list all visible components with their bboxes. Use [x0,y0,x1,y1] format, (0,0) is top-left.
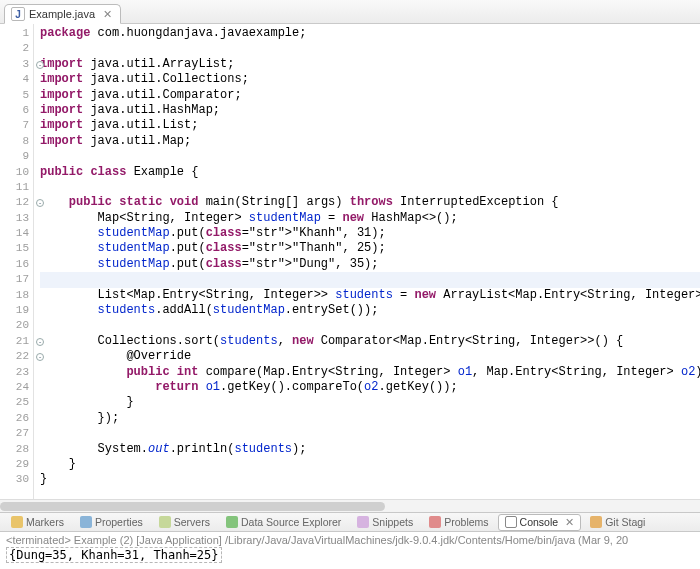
code-line[interactable]: import java.util.Comparator; [40,88,700,103]
line-number: 27 [0,426,33,441]
code-line[interactable] [40,318,700,333]
line-number: 10 [0,165,33,180]
view-label: Markers [26,516,64,528]
view-label: Snippets [372,516,413,528]
code-line[interactable] [40,149,700,164]
console-icon [505,516,517,528]
code-line[interactable] [40,41,700,56]
code-line[interactable]: public int compare(Map.Entry<String, Int… [40,365,700,380]
close-icon[interactable]: ✕ [103,8,112,21]
line-number: 4 [0,72,33,87]
code-line[interactable]: } [40,457,700,472]
code-line[interactable]: import java.util.HashMap; [40,103,700,118]
code-line[interactable]: } [40,395,700,410]
view-tab-markers[interactable]: Markers [4,514,71,530]
line-number: 15 [0,241,33,256]
close-icon[interactable]: ✕ [565,516,574,529]
code-line[interactable]: studentMap.put(class="str">"Thanh", 25); [40,241,700,256]
fold-toggle-icon[interactable]: - [36,61,44,69]
line-number: 3- [0,57,33,72]
view-label: Git Stagi [605,516,645,528]
code-line[interactable]: import java.util.Collections; [40,72,700,87]
line-number: 6 [0,103,33,118]
code-line[interactable]: return o1.getKey().compareTo(o2.getKey()… [40,380,700,395]
java-file-icon: J [11,7,25,21]
line-number: 1 [0,26,33,41]
view-tab-console[interactable]: Console✕ [498,514,582,531]
line-number: 29 [0,457,33,472]
code-line[interactable]: studentMap.put(class="str">"Khanh", 31); [40,226,700,241]
code-line[interactable]: public static void main(String[] args) t… [40,195,700,210]
git-icon [590,516,602,528]
tab-filename: Example.java [29,8,95,20]
properties-icon [80,516,92,528]
snippets-icon [357,516,369,528]
line-number: 19 [0,303,33,318]
fold-toggle-icon[interactable]: - [36,338,44,346]
code-line[interactable]: package com.huongdanjava.javaexample; [40,26,700,41]
code-line[interactable] [40,272,700,287]
horizontal-scrollbar[interactable] [0,499,700,512]
line-number: 9 [0,149,33,164]
servers-icon [159,516,171,528]
code-line[interactable]: Map<String, Integer> studentMap = new Ha… [40,211,700,226]
code-line[interactable] [40,180,700,195]
line-number: 20 [0,318,33,333]
code-line[interactable]: } [40,472,700,487]
line-number: 12- [0,195,33,210]
line-number: 17 [0,272,33,287]
line-number: 8 [0,134,33,149]
console-terminated-header: <terminated> Example (2) [Java Applicati… [6,534,694,546]
line-number: 11 [0,180,33,195]
line-number-gutter: 123-456789101112-131415161718192021-22-2… [0,24,34,499]
line-number: 2 [0,41,33,56]
line-number: 18 [0,288,33,303]
code-line[interactable]: }); [40,411,700,426]
code-line[interactable]: System.out.println(students); [40,442,700,457]
line-number: 7 [0,118,33,133]
code-line[interactable]: import java.util.ArrayList; [40,57,700,72]
code-line[interactable]: students.addAll(studentMap.entrySet()); [40,303,700,318]
editor-tab-bar: J Example.java ✕ [0,0,700,24]
scrollbar-thumb[interactable] [0,502,385,511]
code-line[interactable]: @Override [40,349,700,364]
line-number: 24 [0,380,33,395]
view-label: Properties [95,516,143,528]
console-output: {Dung=35, Khanh=31, Thanh=25} [6,547,222,563]
line-number: 16 [0,257,33,272]
line-number: 28 [0,442,33,457]
markers-icon [11,516,23,528]
line-number: 21- [0,334,33,349]
view-tab-git-staging[interactable]: Git Stagi [583,514,652,530]
editor-tab-example-java[interactable]: J Example.java ✕ [4,4,121,24]
line-number: 13 [0,211,33,226]
line-number: 25 [0,395,33,410]
view-label: Data Source Explorer [241,516,341,528]
dse-icon [226,516,238,528]
line-number: 23 [0,365,33,380]
code-line[interactable] [40,426,700,441]
code-line[interactable]: public class Example { [40,165,700,180]
line-number: 30 [0,472,33,487]
view-label: Console [520,516,559,528]
view-tab-snippets[interactable]: Snippets [350,514,420,530]
line-number: 5 [0,88,33,103]
line-number: 14 [0,226,33,241]
line-number: 22- [0,349,33,364]
view-tab-properties[interactable]: Properties [73,514,150,530]
code-line[interactable]: import java.util.List; [40,118,700,133]
view-label: Problems [444,516,488,528]
code-line[interactable]: import java.util.Map; [40,134,700,149]
line-number: 26 [0,411,33,426]
problems-icon [429,516,441,528]
view-tab-servers[interactable]: Servers [152,514,217,530]
code-editor[interactable]: 123-456789101112-131415161718192021-22-2… [0,24,700,499]
code-line[interactable]: List<Map.Entry<String, Integer>> student… [40,288,700,303]
code-line[interactable]: Collections.sort(students, new Comparato… [40,334,700,349]
views-tab-bar: Markers Properties Servers Data Source E… [0,512,700,532]
view-tab-data-source-explorer[interactable]: Data Source Explorer [219,514,348,530]
view-tab-problems[interactable]: Problems [422,514,495,530]
console-panel: <terminated> Example (2) [Java Applicati… [0,532,700,569]
code-content[interactable]: package com.huongdanjava.javaexample; im… [34,24,700,499]
code-line[interactable]: studentMap.put(class="str">"Dung", 35); [40,257,700,272]
